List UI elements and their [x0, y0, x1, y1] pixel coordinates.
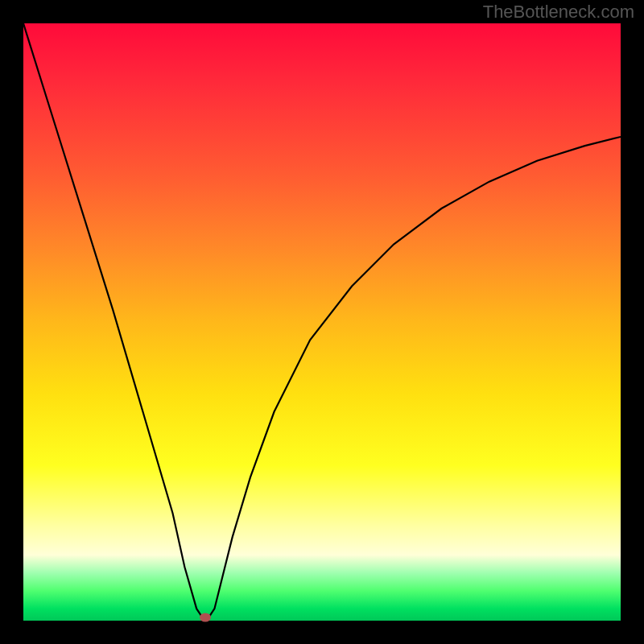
watermark-text: TheBottleneck.com: [483, 2, 634, 23]
optimal-point-marker: [200, 613, 211, 622]
bottleneck-curve-path: [23, 23, 621, 617]
chart-container: TheBottleneck.com: [0, 0, 644, 644]
bottleneck-curve-svg: [23, 23, 621, 621]
